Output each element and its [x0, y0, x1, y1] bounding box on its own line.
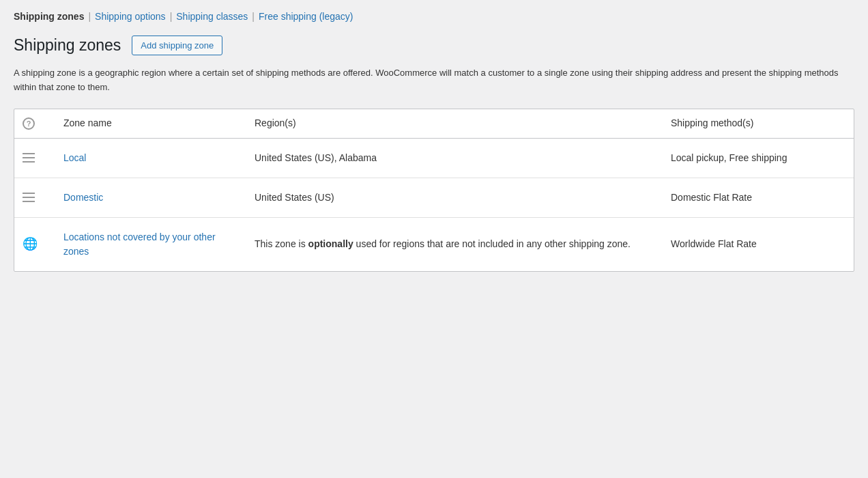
zone-name-local: Local — [55, 151, 246, 165]
drag-icon — [23, 153, 47, 163]
zone-name-uncovered: Locations not covered by your other zone… — [55, 230, 246, 259]
page-header: Shipping zones Add shipping zone — [14, 36, 854, 55]
regions-part2: used for regions that are not included i… — [353, 238, 631, 249]
drag-line — [23, 201, 35, 202]
page-title: Shipping zones — [14, 36, 121, 55]
table-header: ? Zone name Region(s) Shipping method(s) — [14, 109, 854, 139]
drag-handle-domestic[interactable] — [14, 193, 55, 202]
nav-link-shipping-options[interactable]: Shipping options — [95, 11, 166, 22]
zone-regions-local: United States (US), Alabama — [246, 151, 663, 165]
zone-table: ? Zone name Region(s) Shipping method(s)… — [14, 109, 854, 272]
nav-separator-1: | — [88, 11, 91, 22]
table-row-uncovered: 🌐 Locations not covered by your other zo… — [14, 218, 854, 271]
globe-icon-cell: 🌐 — [14, 235, 55, 253]
help-icon[interactable]: ? — [23, 117, 35, 130]
table-row: Local United States (US), Alabama Local … — [14, 139, 854, 178]
drag-line — [23, 161, 35, 163]
drag-handle-local[interactable] — [14, 153, 55, 163]
drag-line — [23, 157, 35, 158]
zone-regions-domestic: United States (US) — [246, 191, 663, 205]
col-help: ? — [14, 117, 55, 130]
zone-methods-local: Local pickup, Free shipping — [663, 151, 854, 165]
table-row: Domestic United States (US) Domestic Fla… — [14, 178, 854, 218]
col-shipping-methods-header: Shipping method(s) — [663, 117, 854, 130]
drag-line — [23, 197, 35, 198]
drag-line — [23, 153, 35, 154]
nav-link-shipping-classes[interactable]: Shipping classes — [176, 11, 248, 22]
zone-link-uncovered[interactable]: Locations not covered by your other zone… — [63, 231, 216, 257]
nav-separator-2: | — [170, 11, 173, 22]
globe-icon: 🌐 — [23, 235, 38, 253]
nav-links: Shipping zones | Shipping options | Ship… — [14, 11, 854, 22]
zone-name-domestic: Domestic — [55, 191, 246, 205]
zone-methods-domestic: Domestic Flat Rate — [663, 191, 854, 205]
col-zone-name-header: Zone name — [55, 117, 246, 130]
add-shipping-zone-button[interactable]: Add shipping zone — [132, 36, 222, 55]
drag-icon — [23, 193, 47, 202]
zone-link-local[interactable]: Local — [63, 152, 86, 163]
nav-separator-3: | — [252, 11, 255, 22]
zone-regions-uncovered: This zone is optionally used for regions… — [246, 237, 663, 251]
zone-methods-uncovered: Worldwide Flat Rate — [663, 237, 854, 251]
zone-link-domestic[interactable]: Domestic — [63, 192, 103, 203]
regions-bold: optionally — [308, 238, 353, 249]
drag-line — [23, 193, 35, 194]
nav-current: Shipping zones — [14, 11, 84, 22]
nav-link-free-shipping[interactable]: Free shipping (legacy) — [259, 11, 353, 22]
col-regions-header: Region(s) — [246, 117, 663, 130]
page-description: A shipping zone is a geographic region w… — [14, 66, 854, 95]
regions-part1: This zone is — [255, 238, 308, 249]
